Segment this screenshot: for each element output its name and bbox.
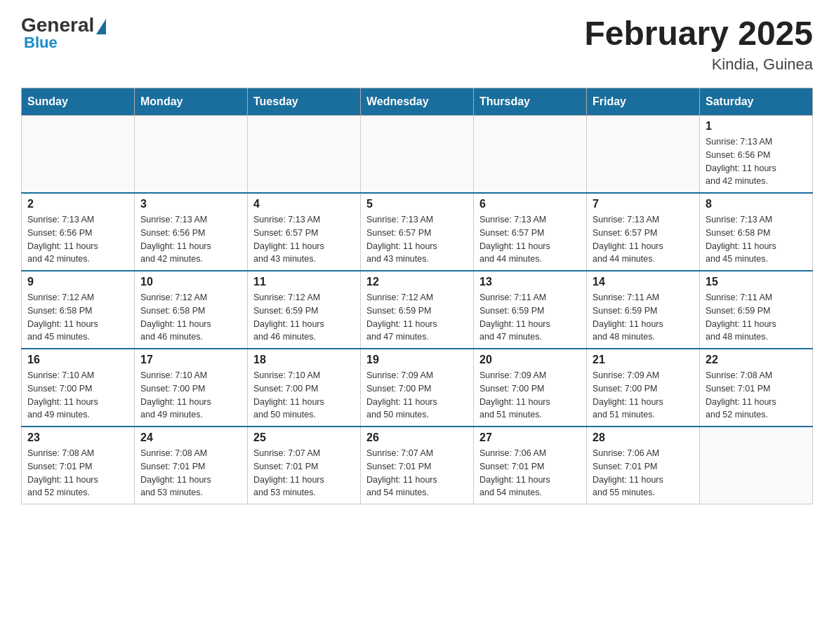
day-info: Sunrise: 7:08 AMSunset: 7:01 PMDaylight:… bbox=[140, 447, 241, 499]
day-number: 23 bbox=[27, 431, 128, 444]
day-number: 11 bbox=[253, 276, 355, 288]
day-number: 6 bbox=[479, 198, 581, 210]
calendar-cell: 26Sunrise: 7:07 AMSunset: 7:01 PMDayligh… bbox=[361, 427, 474, 504]
day-number: 3 bbox=[140, 198, 241, 210]
day-info: Sunrise: 7:11 AMSunset: 6:59 PMDaylight:… bbox=[706, 291, 807, 344]
column-header-thursday: Thursday bbox=[474, 88, 587, 116]
calendar-cell bbox=[700, 427, 813, 504]
logo: General Blue bbox=[21, 14, 106, 52]
page-header: General Blue February 2025 Kindia, Guine… bbox=[21, 14, 813, 74]
day-number: 8 bbox=[706, 198, 807, 210]
day-number: 16 bbox=[27, 354, 128, 366]
calendar-cell bbox=[587, 116, 700, 194]
column-header-sunday: Sunday bbox=[22, 88, 135, 116]
day-number: 26 bbox=[366, 431, 468, 444]
calendar-cell bbox=[248, 116, 361, 194]
calendar-cell: 2Sunrise: 7:13 AMSunset: 6:56 PMDaylight… bbox=[22, 193, 135, 271]
day-info: Sunrise: 7:08 AMSunset: 7:01 PMDaylight:… bbox=[706, 369, 807, 422]
day-info: Sunrise: 7:13 AMSunset: 6:57 PMDaylight:… bbox=[366, 213, 468, 266]
calendar-cell: 7Sunrise: 7:13 AMSunset: 6:57 PMDaylight… bbox=[587, 193, 700, 271]
day-number: 12 bbox=[366, 276, 468, 288]
day-info: Sunrise: 7:06 AMSunset: 7:01 PMDaylight:… bbox=[479, 447, 581, 499]
calendar-cell: 4Sunrise: 7:13 AMSunset: 6:57 PMDaylight… bbox=[248, 193, 361, 271]
logo-blue-text: Blue bbox=[24, 34, 58, 52]
day-number: 7 bbox=[593, 198, 694, 210]
day-info: Sunrise: 7:09 AMSunset: 7:00 PMDaylight:… bbox=[366, 369, 468, 422]
day-info: Sunrise: 7:11 AMSunset: 6:59 PMDaylight:… bbox=[479, 291, 581, 344]
day-number: 14 bbox=[593, 276, 694, 288]
calendar-cell: 13Sunrise: 7:11 AMSunset: 6:59 PMDayligh… bbox=[474, 271, 587, 349]
day-info: Sunrise: 7:10 AMSunset: 7:00 PMDaylight:… bbox=[253, 369, 355, 422]
column-header-wednesday: Wednesday bbox=[361, 88, 474, 116]
calendar-cell: 19Sunrise: 7:09 AMSunset: 7:00 PMDayligh… bbox=[361, 349, 474, 427]
day-info: Sunrise: 7:10 AMSunset: 7:00 PMDaylight:… bbox=[27, 369, 128, 422]
day-info: Sunrise: 7:13 AMSunset: 6:56 PMDaylight:… bbox=[27, 213, 128, 266]
day-number: 13 bbox=[479, 276, 581, 288]
day-number: 28 bbox=[593, 431, 694, 444]
calendar-week-row: 16Sunrise: 7:10 AMSunset: 7:00 PMDayligh… bbox=[22, 349, 813, 427]
day-number: 4 bbox=[253, 198, 355, 210]
calendar-cell: 25Sunrise: 7:07 AMSunset: 7:01 PMDayligh… bbox=[248, 427, 361, 504]
calendar-cell: 22Sunrise: 7:08 AMSunset: 7:01 PMDayligh… bbox=[700, 349, 813, 427]
calendar-cell: 15Sunrise: 7:11 AMSunset: 6:59 PMDayligh… bbox=[700, 271, 813, 349]
day-info: Sunrise: 7:12 AMSunset: 6:58 PMDaylight:… bbox=[27, 291, 128, 344]
day-info: Sunrise: 7:10 AMSunset: 7:00 PMDaylight:… bbox=[140, 369, 241, 422]
calendar-cell: 20Sunrise: 7:09 AMSunset: 7:00 PMDayligh… bbox=[474, 349, 587, 427]
calendar-cell: 6Sunrise: 7:13 AMSunset: 6:57 PMDaylight… bbox=[474, 193, 587, 271]
day-info: Sunrise: 7:09 AMSunset: 7:00 PMDaylight:… bbox=[479, 369, 581, 422]
calendar-cell bbox=[22, 116, 135, 194]
day-info: Sunrise: 7:09 AMSunset: 7:00 PMDaylight:… bbox=[593, 369, 694, 422]
calendar-cell: 12Sunrise: 7:12 AMSunset: 6:59 PMDayligh… bbox=[361, 271, 474, 349]
calendar-cell: 11Sunrise: 7:12 AMSunset: 6:59 PMDayligh… bbox=[248, 271, 361, 349]
day-info: Sunrise: 7:11 AMSunset: 6:59 PMDaylight:… bbox=[593, 291, 694, 344]
day-info: Sunrise: 7:06 AMSunset: 7:01 PMDaylight:… bbox=[593, 447, 694, 499]
day-number: 21 bbox=[593, 354, 694, 366]
title-section: February 2025 Kindia, Guinea bbox=[584, 14, 813, 74]
page-title: February 2025 bbox=[584, 14, 813, 53]
day-number: 25 bbox=[253, 431, 355, 444]
calendar-cell: 24Sunrise: 7:08 AMSunset: 7:01 PMDayligh… bbox=[135, 427, 248, 504]
calendar-cell: 9Sunrise: 7:12 AMSunset: 6:58 PMDaylight… bbox=[22, 271, 135, 349]
calendar-week-row: 23Sunrise: 7:08 AMSunset: 7:01 PMDayligh… bbox=[22, 427, 813, 504]
calendar-cell: 17Sunrise: 7:10 AMSunset: 7:00 PMDayligh… bbox=[135, 349, 248, 427]
day-number: 9 bbox=[27, 276, 128, 288]
calendar-cell bbox=[474, 116, 587, 194]
logo-triangle-icon bbox=[96, 19, 106, 34]
day-number: 17 bbox=[140, 354, 241, 366]
column-header-tuesday: Tuesday bbox=[248, 88, 361, 116]
day-number: 1 bbox=[706, 120, 807, 133]
calendar-cell: 28Sunrise: 7:06 AMSunset: 7:01 PMDayligh… bbox=[587, 427, 700, 504]
day-info: Sunrise: 7:13 AMSunset: 6:58 PMDaylight:… bbox=[706, 213, 807, 266]
calendar-cell: 23Sunrise: 7:08 AMSunset: 7:01 PMDayligh… bbox=[22, 427, 135, 504]
calendar-cell bbox=[135, 116, 248, 194]
page-subtitle: Kindia, Guinea bbox=[584, 55, 813, 74]
calendar-cell: 8Sunrise: 7:13 AMSunset: 6:58 PMDaylight… bbox=[700, 193, 813, 271]
day-info: Sunrise: 7:07 AMSunset: 7:01 PMDaylight:… bbox=[253, 447, 355, 499]
calendar-cell: 3Sunrise: 7:13 AMSunset: 6:56 PMDaylight… bbox=[135, 193, 248, 271]
day-number: 19 bbox=[366, 354, 468, 366]
calendar-week-row: 1Sunrise: 7:13 AMSunset: 6:56 PMDaylight… bbox=[22, 116, 813, 194]
day-number: 20 bbox=[479, 354, 581, 366]
column-header-saturday: Saturday bbox=[700, 88, 813, 116]
day-info: Sunrise: 7:13 AMSunset: 6:57 PMDaylight:… bbox=[253, 213, 355, 266]
calendar-cell: 5Sunrise: 7:13 AMSunset: 6:57 PMDaylight… bbox=[361, 193, 474, 271]
calendar-cell: 27Sunrise: 7:06 AMSunset: 7:01 PMDayligh… bbox=[474, 427, 587, 504]
day-info: Sunrise: 7:08 AMSunset: 7:01 PMDaylight:… bbox=[27, 447, 128, 499]
calendar-table: SundayMondayTuesdayWednesdayThursdayFrid… bbox=[21, 88, 813, 504]
day-info: Sunrise: 7:13 AMSunset: 6:57 PMDaylight:… bbox=[593, 213, 694, 266]
calendar-cell: 14Sunrise: 7:11 AMSunset: 6:59 PMDayligh… bbox=[587, 271, 700, 349]
day-number: 15 bbox=[706, 276, 807, 288]
day-number: 10 bbox=[140, 276, 241, 288]
calendar-cell: 18Sunrise: 7:10 AMSunset: 7:00 PMDayligh… bbox=[248, 349, 361, 427]
day-info: Sunrise: 7:13 AMSunset: 6:57 PMDaylight:… bbox=[479, 213, 581, 266]
day-info: Sunrise: 7:13 AMSunset: 6:56 PMDaylight:… bbox=[706, 135, 807, 188]
day-info: Sunrise: 7:07 AMSunset: 7:01 PMDaylight:… bbox=[366, 447, 468, 499]
day-info: Sunrise: 7:12 AMSunset: 6:58 PMDaylight:… bbox=[140, 291, 241, 344]
day-info: Sunrise: 7:12 AMSunset: 6:59 PMDaylight:… bbox=[253, 291, 355, 344]
calendar-cell: 21Sunrise: 7:09 AMSunset: 7:00 PMDayligh… bbox=[587, 349, 700, 427]
calendar-cell: 1Sunrise: 7:13 AMSunset: 6:56 PMDaylight… bbox=[700, 116, 813, 194]
calendar-cell bbox=[361, 116, 474, 194]
day-info: Sunrise: 7:13 AMSunset: 6:56 PMDaylight:… bbox=[140, 213, 241, 266]
calendar-week-row: 2Sunrise: 7:13 AMSunset: 6:56 PMDaylight… bbox=[22, 193, 813, 271]
day-number: 27 bbox=[479, 431, 581, 444]
